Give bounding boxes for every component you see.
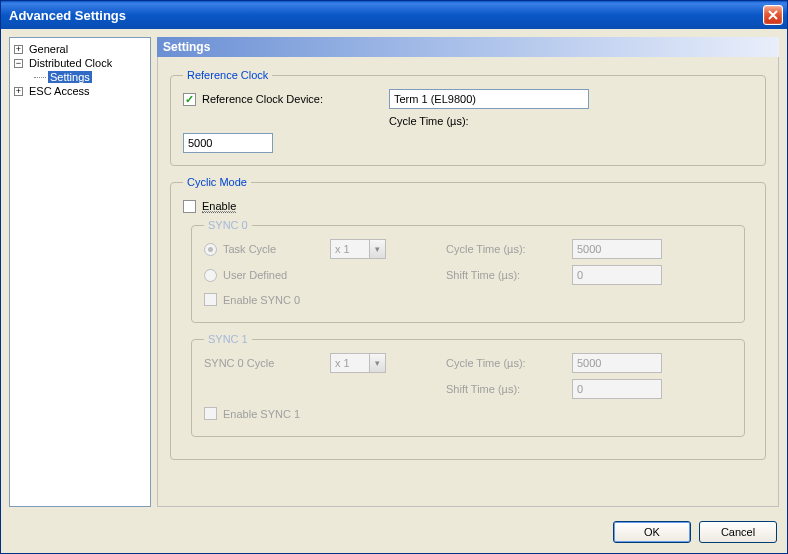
ok-button[interactable]: OK [613, 521, 691, 543]
sync1-cycle-time-label: Cycle Time (µs): [446, 357, 556, 369]
chevron-down-icon: ▾ [369, 354, 385, 372]
enable-sync0-checkbox [204, 293, 217, 306]
sync0-user-defined-radio [204, 269, 217, 282]
enable-sync1-label: Enable SYNC 1 [223, 408, 300, 420]
enable-sync0-label: Enable SYNC 0 [223, 294, 300, 306]
close-icon [768, 10, 778, 20]
collapse-icon[interactable]: − [14, 59, 23, 68]
reference-clock-group: Reference Clock ✓ Reference Clock Device… [170, 69, 766, 166]
expand-icon[interactable]: + [14, 87, 23, 96]
tree-item-distributed-clock[interactable]: − Distributed Clock [12, 56, 148, 70]
tree-label: ESC Access [27, 85, 92, 97]
sync0-multiplier-combo: x 1 ▾ [330, 239, 386, 259]
reference-clock-legend: Reference Clock [183, 69, 272, 81]
sync1-multiplier-value: x 1 [331, 357, 369, 369]
window-title: Advanced Settings [9, 8, 126, 23]
panel-header: Settings [157, 37, 779, 57]
tree-item-general[interactable]: + General [12, 42, 148, 56]
sync1-group: SYNC 1 SYNC 0 Cycle x 1 ▾ C [191, 333, 745, 437]
chevron-down-icon: ▾ [369, 240, 385, 258]
reference-clock-device-checkbox[interactable]: ✓ [183, 93, 196, 106]
sync1-sync0-cycle-label: SYNC 0 Cycle [204, 357, 274, 369]
sync1-cycle-time-input [572, 353, 662, 373]
tree-connector-icon [34, 77, 46, 78]
sync0-task-cycle-label: Task Cycle [223, 243, 276, 255]
sync0-cycle-time-label: Cycle Time (µs): [446, 243, 556, 255]
ref-cycle-time-input[interactable] [183, 133, 273, 153]
titlebar: Advanced Settings [1, 1, 787, 29]
sync1-shift-time-label: Shift Time (µs): [446, 383, 556, 395]
cyclic-enable-label: Enable [202, 200, 236, 213]
dialog-button-row: OK Cancel [1, 515, 787, 543]
tree-label: Distributed Clock [27, 57, 114, 69]
sync0-cycle-time-input [572, 239, 662, 259]
sync0-multiplier-value: x 1 [331, 243, 369, 255]
tree-panel[interactable]: + General − Distributed Clock Settings +… [9, 37, 151, 507]
sync0-shift-time-label: Shift Time (µs): [446, 269, 556, 281]
settings-panel: Settings Reference Clock ✓ Reference Clo… [157, 37, 779, 507]
reference-clock-device-label: Reference Clock Device: [202, 93, 323, 105]
cancel-button[interactable]: Cancel [699, 521, 777, 543]
sync0-shift-time-input [572, 265, 662, 285]
reference-clock-device-input[interactable] [389, 89, 589, 109]
panel-body: Reference Clock ✓ Reference Clock Device… [157, 57, 779, 507]
enable-sync1-checkbox [204, 407, 217, 420]
tree-item-settings[interactable]: Settings [12, 70, 148, 84]
cyclic-mode-group: Cyclic Mode Enable SYNC 0 Task Cycle [170, 176, 766, 460]
cyclic-enable-checkbox[interactable] [183, 200, 196, 213]
content-area: + General − Distributed Clock Settings +… [1, 29, 787, 515]
tree-label: General [27, 43, 70, 55]
ref-cycle-time-label: Cycle Time (µs): [389, 115, 469, 127]
sync0-group: SYNC 0 Task Cycle x 1 ▾ [191, 219, 745, 323]
sync0-user-defined-label: User Defined [223, 269, 287, 281]
sync0-legend: SYNC 0 [204, 219, 252, 231]
tree-label: Settings [48, 71, 92, 83]
cyclic-mode-legend: Cyclic Mode [183, 176, 251, 188]
sync1-legend: SYNC 1 [204, 333, 252, 345]
sync1-shift-time-input [572, 379, 662, 399]
expand-icon[interactable]: + [14, 45, 23, 54]
close-button[interactable] [763, 5, 783, 25]
panel-title: Settings [163, 40, 210, 54]
sync0-task-cycle-radio [204, 243, 217, 256]
tree-item-esc-access[interactable]: + ESC Access [12, 84, 148, 98]
sync1-multiplier-combo: x 1 ▾ [330, 353, 386, 373]
